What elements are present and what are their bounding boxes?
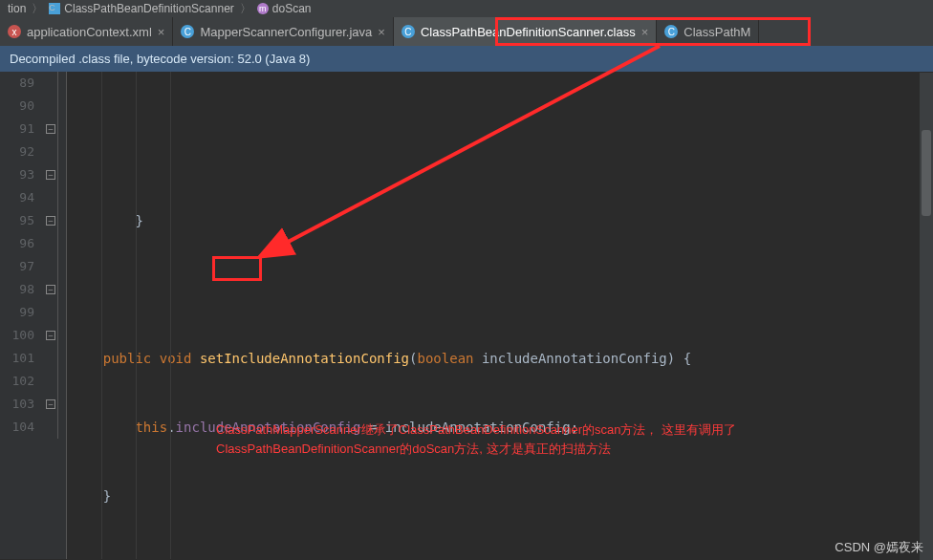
code-line: } bbox=[71, 209, 933, 232]
tab-label: MapperScannerConfigurer.java bbox=[200, 25, 372, 39]
breadcrumb-part: doScan bbox=[272, 2, 312, 15]
breadcrumb-sep: 〉 bbox=[240, 1, 251, 17]
line-number: 102 bbox=[0, 370, 34, 393]
fold-toggle-icon[interactable]: − bbox=[46, 216, 55, 226]
close-icon[interactable]: × bbox=[378, 25, 385, 39]
fold-toggle-icon[interactable]: − bbox=[46, 170, 55, 180]
java-class-icon: C bbox=[181, 25, 194, 38]
xml-file-icon: x bbox=[8, 25, 21, 38]
fold-toggle-icon[interactable]: − bbox=[46, 285, 55, 294]
tab-classpath-m[interactable]: C ClassPathM bbox=[657, 17, 759, 46]
line-number: 90 bbox=[0, 95, 34, 118]
code-line: public void setIncludeAnnotationConfig(b… bbox=[71, 347, 933, 370]
method-icon: m bbox=[257, 3, 269, 14]
tab-label: ClassPathBeanDefinitionScanner.class bbox=[421, 25, 636, 39]
decompiled-banner: Decompiled .class file, bytecode version… bbox=[0, 46, 933, 72]
line-number: 99 bbox=[0, 301, 34, 324]
line-number: 100 bbox=[0, 324, 34, 347]
line-number: 92 bbox=[0, 140, 34, 163]
vertical-scrollbar[interactable] bbox=[920, 73, 933, 560]
tab-bar: x applicationContext.xml × C MapperScann… bbox=[0, 17, 933, 46]
code-line bbox=[71, 553, 933, 560]
tab-classpath-scanner[interactable]: C ClassPathBeanDefinitionScanner.class × bbox=[394, 17, 657, 46]
line-number: 91 bbox=[0, 118, 34, 140]
watermark: CSDN @嫣夜来 bbox=[835, 539, 923, 556]
scrollbar-thumb[interactable] bbox=[922, 130, 931, 216]
line-number: 89 bbox=[0, 72, 34, 95]
tab-mapper-scanner[interactable]: C MapperScannerConfigurer.java × bbox=[173, 17, 394, 46]
line-number: 97 bbox=[0, 255, 34, 278]
breadcrumb-part: ClassPathBeanDefinitionScanner bbox=[64, 2, 233, 15]
line-number: 101 bbox=[0, 347, 34, 370]
class-icon: C bbox=[49, 3, 60, 14]
fold-toggle-icon[interactable]: − bbox=[46, 331, 55, 340]
breadcrumb-part: tion bbox=[8, 2, 26, 15]
fold-toggle-icon[interactable]: − bbox=[46, 399, 55, 409]
code-line: this.includeAnnotationConfig = includeAn… bbox=[71, 416, 933, 439]
line-number: 104 bbox=[0, 416, 34, 439]
code-area[interactable]: } public void setIncludeAnnotationConfig… bbox=[67, 72, 933, 559]
line-number: 103 bbox=[0, 393, 34, 416]
fold-column[interactable]: − − − − − − bbox=[40, 72, 67, 559]
java-class-icon: C bbox=[664, 25, 678, 38]
line-number: 94 bbox=[0, 186, 34, 209]
line-number-gutter: 89 90 91 92 93 94 95 96 97 98 99 100 101… bbox=[0, 72, 40, 559]
line-number: 95 bbox=[0, 209, 34, 232]
fold-toggle-icon[interactable]: − bbox=[46, 124, 55, 134]
tab-label: applicationContext.xml bbox=[27, 25, 152, 39]
tab-label: ClassPathM bbox=[683, 25, 750, 39]
editor[interactable]: 89 90 91 92 93 94 95 96 97 98 99 100 101… bbox=[0, 72, 933, 559]
breadcrumb: tion 〉 C ClassPathBeanDefinitionScanner … bbox=[0, 0, 933, 17]
close-icon[interactable]: × bbox=[641, 25, 649, 39]
code-line: } bbox=[71, 485, 933, 507]
tab-application-context[interactable]: x applicationContext.xml × bbox=[0, 17, 173, 46]
java-class-icon: C bbox=[401, 25, 415, 38]
close-icon[interactable]: × bbox=[158, 25, 165, 39]
breadcrumb-sep: 〉 bbox=[32, 1, 43, 17]
line-number: 96 bbox=[0, 232, 34, 255]
code-line bbox=[71, 278, 933, 301]
line-number: 98 bbox=[0, 278, 34, 301]
line-number: 93 bbox=[0, 163, 34, 186]
